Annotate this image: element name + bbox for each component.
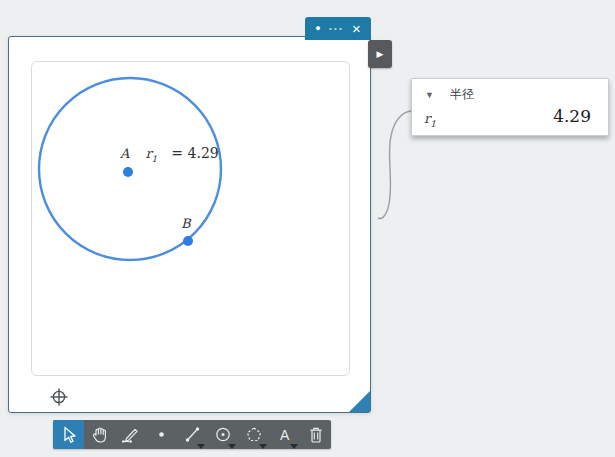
close-icon[interactable]: ×: [352, 21, 361, 36]
tool-pen-button[interactable]: [115, 420, 146, 449]
tool-circle-button[interactable]: [207, 420, 238, 449]
radius-measure-panel: ▼ 半径 r1 4.29: [411, 78, 609, 136]
tool-text-button[interactable]: A: [269, 420, 300, 449]
text-tool-icon: A: [280, 427, 289, 443]
radius-value-label: = 4.29: [171, 146, 218, 160]
polygon-icon: [245, 425, 263, 444]
radius-variable-label: r1: [145, 147, 157, 164]
tool-point-button[interactable]: [146, 420, 177, 449]
dropdown-caret-icon: [228, 444, 236, 449]
dropdown-caret-icon: [290, 444, 298, 449]
recenter-view-button[interactable]: [48, 386, 70, 408]
geometry-applet-window: A r1 = 4.29 B: [8, 36, 371, 413]
measure-panel-title: 半径: [450, 86, 474, 103]
circle-caption: A r1 = 4.29: [120, 146, 219, 164]
collapse-chevron-icon[interactable]: ▼: [425, 90, 434, 100]
measure-row-variable: r1: [424, 111, 436, 129]
measure-panel-header: ▼ 半径: [425, 86, 474, 103]
tool-pan-button[interactable]: [84, 420, 115, 449]
crosshair-icon: [48, 386, 70, 408]
measure-row-value: 4.29: [553, 106, 591, 126]
circle-tool-icon: [214, 425, 232, 444]
expand-panel-button[interactable]: ▶: [368, 40, 392, 68]
point-a-dot[interactable]: [123, 167, 133, 177]
resize-handle[interactable]: [349, 391, 370, 412]
tool-select-button[interactable]: [53, 420, 84, 449]
applet-titlebar[interactable]: ● ··· ×: [305, 17, 371, 40]
segment-icon: [184, 425, 201, 444]
point-b-label: B: [181, 217, 191, 230]
dropdown-caret-icon: [197, 444, 205, 449]
tool-polygon-button[interactable]: [238, 420, 269, 449]
record-dot-icon[interactable]: ●: [315, 24, 320, 33]
dropdown-caret-icon: [259, 444, 267, 449]
cursor-arrow-icon: [60, 425, 77, 444]
point-a-label: A: [120, 147, 129, 160]
pen-icon: [121, 425, 140, 444]
point-b-dot[interactable]: [183, 236, 193, 246]
tools-toolbar: A: [53, 420, 331, 449]
tool-segment-button[interactable]: [177, 420, 208, 449]
trash-icon: [307, 425, 325, 444]
right-arrow-icon: ▶: [377, 49, 384, 59]
more-menu-icon[interactable]: ···: [329, 23, 344, 35]
drawing-canvas[interactable]: A r1 = 4.29 B: [31, 61, 350, 376]
point-icon: [153, 425, 170, 444]
tool-delete-button[interactable]: [300, 420, 331, 449]
hand-icon: [90, 425, 108, 444]
